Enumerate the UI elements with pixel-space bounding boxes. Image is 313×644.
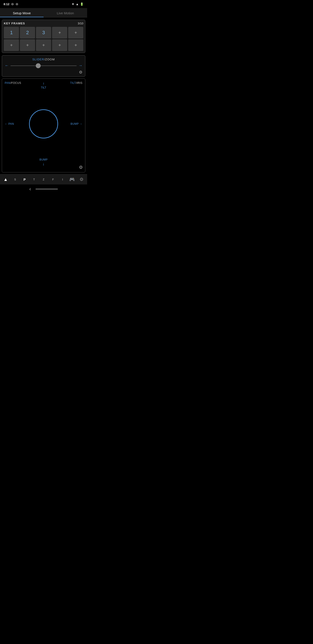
pan-left-arrow: ←	[5, 122, 7, 126]
key-frame-add-10[interactable]: +	[68, 39, 83, 51]
joystick-circle-container[interactable]	[29, 109, 58, 138]
key-frame-add-8[interactable]: +	[36, 39, 51, 51]
status-icons-right: ▼ ▲ 🔋	[71, 2, 83, 6]
wifi-nav-icon: ▲	[3, 177, 8, 182]
settings-nav-icon: ⚙	[79, 177, 83, 182]
slider-track[interactable]	[10, 66, 77, 66]
status-shield-icon2: ⊖	[16, 2, 18, 6]
key-frame-3[interactable]: 3	[36, 27, 51, 38]
home-bar: ‹	[0, 184, 87, 194]
signal-icon: ▲	[76, 2, 79, 6]
key-frame-add-9[interactable]: +	[52, 39, 67, 51]
tilt-up-arrow: ↑	[41, 82, 46, 86]
key-frame-1[interactable]: 1	[4, 27, 19, 38]
gamepad-icon: 🎮	[69, 177, 75, 182]
status-shield-icon1: ⊖	[11, 2, 14, 6]
key-frame-add-6[interactable]: +	[4, 39, 19, 51]
key-frames-count: 3/10	[78, 22, 83, 25]
bump-bottom-arrow: ↓	[39, 162, 48, 166]
wifi-status-icon: ▼	[71, 2, 74, 6]
bump-bottom-label: BUMP ↓	[39, 158, 48, 166]
tab-live-motion[interactable]: Live Motion	[43, 8, 87, 17]
bump-right-arrow: →	[80, 122, 83, 126]
tab-setup-move[interactable]: Setup Move	[0, 8, 43, 17]
tilt-label: TILT	[41, 86, 46, 89]
bottom-nav: ▲ S P T Z F I 🎮 ⚙	[0, 174, 87, 184]
tilt-up-label: ↑ TILT	[41, 82, 46, 89]
key-frame-add-5[interactable]: +	[68, 27, 83, 38]
nav-s[interactable]: S	[11, 178, 19, 181]
slider-label-text: SLIDER	[32, 58, 44, 61]
status-left: 8:12 ⊖ ⊖	[3, 2, 18, 6]
nav-z[interactable]: Z	[39, 178, 47, 181]
bump-bottom-text: BUMP	[39, 158, 48, 161]
nav-p[interactable]: P	[20, 178, 28, 181]
key-frame-add-7[interactable]: +	[20, 39, 35, 51]
tab-bar: Setup Move Live Motion	[0, 8, 87, 18]
tilt-iris-label: TILT/IRIS	[70, 82, 82, 84]
pan-focus-label: PAN/FOCUS	[5, 82, 21, 84]
key-frames-section: KEY FRAMES 3/10 1 2 3 + + + + + +	[2, 20, 85, 53]
joystick-area: PAN/FOCUS ↑ TILT TILT/IRIS ← PAN BUMP → …	[5, 82, 82, 166]
nav-i[interactable]: I	[58, 178, 67, 181]
pan-left-label: ← PAN	[5, 122, 14, 126]
slider-label: SLIDER/ZOOM	[5, 58, 82, 61]
slider-left-arrow[interactable]: ←	[5, 63, 9, 68]
slider-thumb[interactable]	[36, 63, 41, 68]
status-bar: 8:12 ⊖ ⊖ ▼ ▲ 🔋	[0, 0, 87, 8]
joystick-settings-icon[interactable]: ⚙	[79, 164, 83, 170]
home-pill	[35, 188, 58, 190]
nav-t[interactable]: T	[30, 178, 38, 181]
status-time: 8:12	[3, 2, 9, 6]
joystick-circle[interactable]	[29, 109, 58, 138]
joystick-section[interactable]: PAN/FOCUS ↑ TILT TILT/IRIS ← PAN BUMP → …	[2, 78, 85, 172]
key-frames-header: KEY FRAMES 3/10	[4, 22, 83, 25]
pan-label: PAN	[8, 122, 14, 126]
back-button[interactable]: ‹	[29, 186, 31, 192]
nav-f-label: F	[52, 178, 54, 181]
key-frame-2[interactable]: 2	[20, 27, 35, 38]
nav-f[interactable]: F	[49, 178, 57, 181]
nav-settings[interactable]: ⚙	[77, 177, 86, 182]
zoom-label-text: ZOOM	[45, 58, 55, 61]
slider-settings-icon[interactable]: ⚙	[5, 70, 82, 75]
nav-s-label: S	[14, 178, 16, 181]
nav-i-label: I	[62, 178, 63, 181]
bump-right-label: BUMP →	[71, 122, 82, 126]
key-frames-title: KEY FRAMES	[4, 22, 25, 25]
nav-p-label: P	[23, 178, 26, 181]
bump-right-text: BUMP	[71, 122, 79, 126]
nav-z-label: Z	[43, 178, 44, 181]
slider-row: ← →	[5, 63, 82, 68]
nav-wifi[interactable]: ▲	[1, 177, 9, 182]
key-frame-add-4[interactable]: +	[52, 27, 67, 38]
slider-section: SLIDER/ZOOM ← → ⚙	[2, 55, 85, 77]
battery-icon: 🔋	[80, 2, 83, 6]
nav-gamepad[interactable]: 🎮	[68, 177, 76, 182]
slider-right-arrow[interactable]: →	[78, 63, 82, 68]
nav-t-label: T	[33, 178, 35, 181]
key-frames-grid: 1 2 3 + + + + + + +	[4, 27, 83, 51]
